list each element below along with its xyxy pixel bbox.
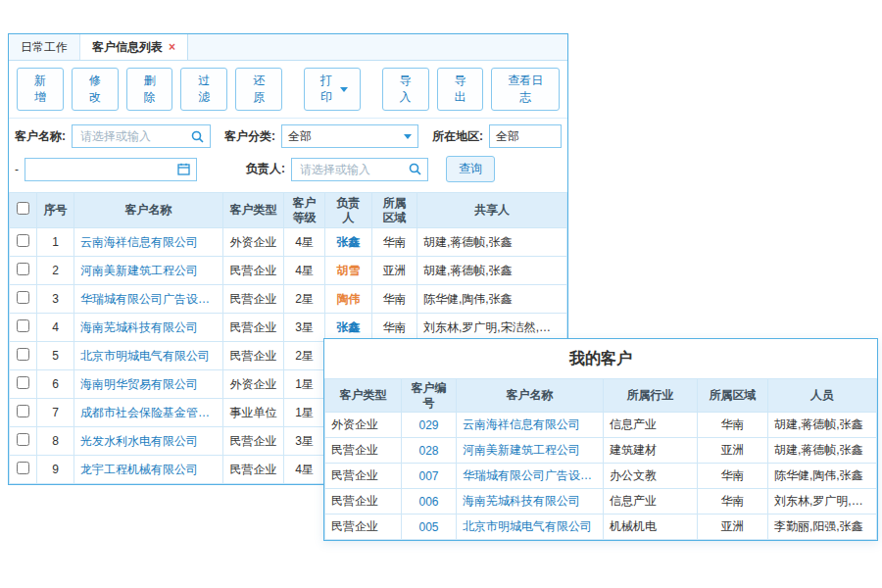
table-row[interactable]: 2 河南美新建筑工程公司 民营企业 4星 胡雪 亚洲 胡建,蒋德帧,张鑫	[10, 257, 567, 285]
header-staff: 人员	[768, 379, 877, 413]
region-select[interactable]: 全部	[489, 124, 562, 148]
row-checkbox[interactable]	[17, 291, 29, 304]
cell-type: 外资企业	[223, 228, 284, 257]
import-button-label: 导入	[395, 73, 416, 106]
cell-level: 4星	[284, 257, 325, 285]
customer-name-link[interactable]: 北京市明城电气有限公司	[74, 342, 223, 370]
row-checkbox[interactable]	[17, 433, 29, 446]
cell-no: 9	[37, 456, 74, 484]
view-log-button[interactable]: 查看日志	[491, 68, 560, 111]
my-customers-panel: 我的客户 客户类型 客户编号 客户名称 所属行业 所属区域 人员 外资企业 02…	[323, 338, 878, 541]
row-checkbox[interactable]	[17, 348, 29, 361]
row-checkbox[interactable]	[17, 405, 29, 417]
select-all-checkbox[interactable]	[17, 202, 29, 215]
cell-type: 民营企业	[223, 257, 284, 285]
cell-shared: 胡建,蒋德帧,张鑫	[417, 257, 567, 285]
row-checkbox[interactable]	[17, 234, 29, 247]
filter-button[interactable]: 过滤	[180, 68, 227, 111]
customer-name-link[interactable]: 北京市明城电气有限公司	[457, 514, 604, 540]
search-icon[interactable]	[409, 163, 421, 175]
cell-type: 民营企业	[223, 314, 284, 342]
table-row[interactable]: 民营企业 005 北京市明城电气有限公司 机械机电 亚洲 李勤丽,阳强,张鑫	[325, 514, 877, 540]
add-button[interactable]: 新增	[17, 68, 64, 111]
cell-type: 民营企业	[325, 514, 402, 540]
calendar-icon[interactable]	[177, 163, 190, 175]
header-customer-type: 客户类型	[325, 379, 402, 413]
customer-name-link[interactable]: 华瑞城有限公司广告设计部	[74, 285, 223, 314]
row-checkbox[interactable]	[17, 462, 29, 474]
customer-code-link[interactable]: 028	[402, 438, 457, 464]
date-input[interactable]	[24, 158, 197, 181]
cell-level: 2星	[284, 285, 325, 314]
edit-button[interactable]: 修改	[72, 68, 119, 111]
add-button-label: 新增	[29, 73, 51, 106]
table-row[interactable]: 1 云南海祥信息有限公司 外资企业 4星 张鑫 华南 胡建,蒋德帧,张鑫	[10, 228, 567, 257]
header-customer-type: 客户类型	[223, 193, 284, 228]
print-button[interactable]: 打印	[304, 68, 362, 111]
table-row[interactable]: 民营企业 028 河南美新建筑工程公司 建筑建材 亚洲 胡建,蒋德帧,张鑫	[325, 438, 877, 464]
cell-no: 2	[37, 257, 74, 285]
cell-type: 民营企业	[223, 427, 284, 456]
customer-code-link[interactable]: 007	[402, 464, 457, 489]
customer-name-link[interactable]: 海南明华贸易有限公司	[74, 370, 223, 399]
owner-input[interactable]	[291, 158, 428, 181]
chevron-down-icon[interactable]	[404, 134, 412, 139]
owner-link[interactable]: 陶伟	[325, 285, 372, 314]
header-customer-code: 客户编号	[402, 379, 457, 413]
customer-name-link[interactable]: 成都市社会保险基金管理...	[74, 399, 223, 427]
tab-daily-work[interactable]: 日常工作	[9, 34, 80, 60]
owner-link[interactable]: 张鑫	[325, 228, 372, 257]
restore-button-label: 还原	[248, 73, 270, 106]
owner-link[interactable]: 胡雪	[325, 257, 372, 285]
filter-button-label: 过滤	[193, 73, 215, 106]
customer-name-link[interactable]: 河南美新建筑工程公司	[74, 257, 223, 285]
cell-checkbox	[10, 370, 37, 399]
table-row[interactable]: 民营企业 006 海南芜城科技有限公司 信息产业 华南 刘东林,罗广明,宋洁然.…	[325, 489, 877, 514]
table-row[interactable]: 3 华瑞城有限公司广告设计部 民营企业 2星 陶伟 华南 陈华健,陶伟,张鑫	[10, 285, 567, 314]
cell-region: 华南	[698, 413, 768, 438]
view-log-button-label: 查看日志	[504, 73, 547, 106]
export-button[interactable]: 导出	[437, 68, 484, 111]
row-checkbox[interactable]	[17, 376, 29, 389]
close-tab-icon[interactable]: ×	[169, 40, 175, 54]
customer-code-link[interactable]: 006	[402, 489, 457, 514]
tab-bar: 日常工作 客户信息列表 ×	[9, 34, 567, 61]
date-text-input[interactable]	[31, 162, 173, 177]
cell-level: 3星	[284, 427, 325, 456]
header-region: 所属区域	[698, 379, 768, 413]
owner-text-input[interactable]	[298, 162, 405, 177]
customer-name-link[interactable]: 龙宇工程机械有限公司	[74, 456, 223, 484]
customer-name-link[interactable]: 河南美新建筑工程公司	[457, 438, 604, 464]
cell-checkbox	[10, 427, 37, 456]
cell-staff: 李勤丽,阳强,张鑫	[768, 514, 877, 540]
cell-staff: 刘东林,罗广明,宋洁然...	[768, 489, 877, 514]
customer-name-link[interactable]: 云南海祥信息有限公司	[457, 413, 604, 438]
customer-name-link[interactable]: 海南芜城科技有限公司	[74, 314, 223, 342]
restore-button[interactable]: 还原	[235, 68, 282, 111]
customer-name-text-input[interactable]	[78, 128, 187, 144]
category-select[interactable]: 全部	[281, 124, 418, 148]
row-checkbox[interactable]	[17, 263, 29, 275]
cell-type: 民营企业	[223, 456, 284, 484]
row-checkbox[interactable]	[17, 319, 29, 332]
delete-button[interactable]: 删除	[126, 68, 173, 111]
customer-name-input[interactable]	[72, 124, 211, 148]
cell-shared: 胡建,蒋德帧,张鑫	[417, 228, 567, 257]
tab-customer-list[interactable]: 客户信息列表 ×	[80, 34, 188, 60]
customer-name-link[interactable]: 华瑞城有限公司广告设计部	[457, 464, 604, 489]
customer-code-link[interactable]: 029	[402, 413, 457, 438]
toolbar: 新增 修改 删除 过滤 还原 打印 导入 导出 查看日志	[9, 61, 567, 119]
customer-code-link[interactable]: 005	[402, 514, 457, 540]
cell-no: 7	[37, 399, 74, 427]
cell-no: 6	[37, 370, 74, 399]
customer-name-link[interactable]: 光发水利水电有限公司	[74, 427, 223, 456]
category-value: 全部	[288, 128, 400, 145]
table-row[interactable]: 民营企业 007 华瑞城有限公司广告设计部 办公文教 华南 陈华健,陶伟,张鑫	[325, 464, 877, 489]
table-row[interactable]: 外资企业 029 云南海祥信息有限公司 信息产业 华南 胡建,蒋德帧,张鑫	[325, 413, 877, 438]
customer-name-link[interactable]: 海南芜城科技有限公司	[457, 489, 604, 514]
customer-name-link[interactable]: 云南海祥信息有限公司	[74, 228, 223, 257]
header-customer-name: 客户名称	[74, 193, 223, 228]
query-button[interactable]: 查询	[446, 156, 495, 182]
search-icon[interactable]	[191, 130, 204, 143]
import-button[interactable]: 导入	[382, 68, 429, 111]
